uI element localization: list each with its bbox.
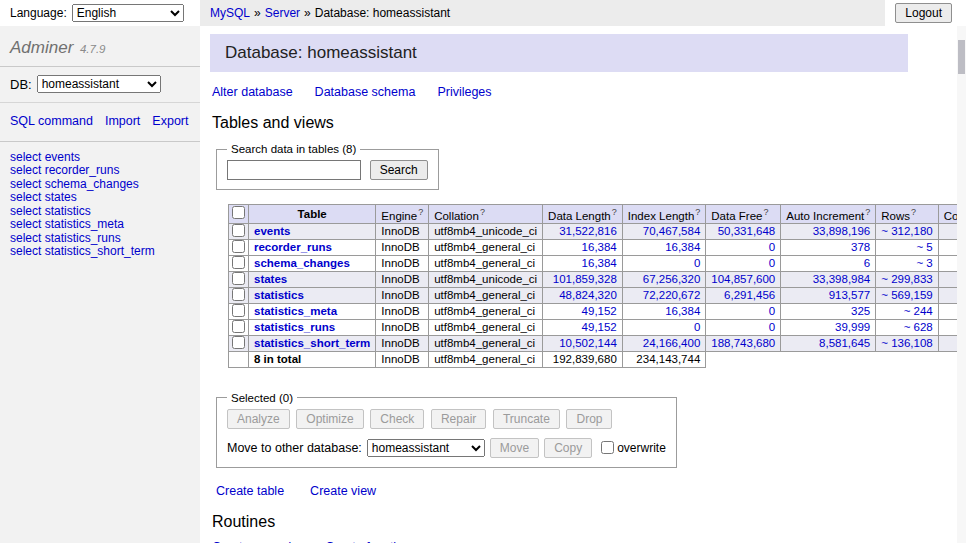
index-length-link[interactable]: 0	[694, 321, 700, 333]
data-length-link[interactable]: 10,502,144	[559, 337, 617, 349]
data-free-link[interactable]: 0	[769, 241, 775, 253]
create-link[interactable]: Create table	[216, 484, 284, 498]
create-link[interactable]: Create view	[310, 484, 376, 498]
data-length-link[interactable]: 101,859,328	[553, 273, 617, 285]
optimize-button[interactable]: Optimize	[296, 409, 363, 429]
auto-increment-link[interactable]: 39,999	[835, 321, 870, 333]
rows-link[interactable]: ~ 569,159	[881, 289, 932, 301]
data-free-link[interactable]: 6,291,456	[724, 289, 775, 301]
sidebar-command-link[interactable]: Export	[152, 114, 188, 128]
help-icon[interactable]: ?	[418, 207, 423, 217]
row-checkbox[interactable]	[232, 304, 245, 317]
data-free-link[interactable]: 0	[769, 305, 775, 317]
table-index-length: 16,384	[622, 303, 706, 319]
table-row: statistics_metaInnoDButf8mb4_general_ci4…	[229, 303, 966, 319]
sidebar-select-link[interactable]: select events	[10, 151, 190, 164]
move-button[interactable]: Move	[490, 438, 539, 458]
rows-link[interactable]: ~ 312,180	[881, 225, 932, 237]
index-length-link[interactable]: 72,220,672	[643, 289, 701, 301]
rows-link[interactable]: ~ 3	[916, 257, 932, 269]
data-free-link[interactable]: 104,857,600	[711, 273, 775, 285]
sidebar-command-link[interactable]: Import	[105, 114, 140, 128]
row-checkbox[interactable]	[232, 288, 245, 301]
breadcrumb-item[interactable]: Server	[265, 6, 300, 20]
check-button[interactable]: Check	[370, 409, 424, 429]
help-icon[interactable]: ?	[865, 207, 870, 217]
rows-link[interactable]: ~ 628	[904, 321, 933, 333]
auto-increment-link[interactable]: 325	[851, 305, 870, 317]
search-button[interactable]: Search	[370, 160, 428, 180]
sidebar-select-link[interactable]: select statistics_short_term	[10, 245, 190, 258]
logout-button[interactable]: Logout	[895, 3, 952, 23]
table-name-link[interactable]: recorder_runs	[254, 241, 332, 253]
row-checkbox[interactable]	[232, 336, 245, 349]
search-input[interactable]	[227, 160, 361, 180]
data-length-link[interactable]: 16,384	[582, 257, 617, 269]
index-length-link[interactable]: 24,166,400	[643, 337, 701, 349]
row-checkbox[interactable]	[232, 272, 245, 285]
drop-button[interactable]: Drop	[566, 409, 612, 429]
table-name-link[interactable]: statistics	[254, 289, 304, 301]
rows-link[interactable]: ~ 136,108	[881, 337, 932, 349]
auto-increment-link[interactable]: 6	[864, 257, 870, 269]
sidebar-select-link[interactable]: select states	[10, 191, 190, 204]
language-select[interactable]: English	[72, 4, 184, 22]
sidebar-select-link[interactable]: select recorder_runs	[10, 164, 190, 177]
db-action-link[interactable]: Database schema	[315, 85, 416, 99]
table-name-link[interactable]: statistics_meta	[254, 305, 337, 317]
table-name-link[interactable]: statistics_short_term	[254, 337, 370, 349]
table-name-link[interactable]: states	[254, 273, 287, 285]
data-length-link[interactable]: 16,384	[582, 241, 617, 253]
truncate-button[interactable]: Truncate	[493, 409, 560, 429]
help-icon[interactable]: ?	[763, 207, 768, 217]
data-free-link[interactable]: 0	[769, 321, 775, 333]
copy-button[interactable]: Copy	[544, 438, 592, 458]
rows-link[interactable]: ~ 5	[916, 241, 932, 253]
db-action-link[interactable]: Alter database	[212, 85, 293, 99]
rows-link[interactable]: ~ 244	[904, 305, 933, 317]
data-length-link[interactable]: 48,824,320	[559, 289, 617, 301]
sidebar-select-link[interactable]: select statistics	[10, 205, 190, 218]
table-name-link[interactable]: statistics_runs	[254, 321, 335, 333]
sidebar-select-link[interactable]: select statistics_runs	[10, 232, 190, 245]
analyze-button[interactable]: Analyze	[227, 409, 290, 429]
row-checkbox[interactable]	[232, 256, 245, 269]
index-length-link[interactable]: 16,384	[665, 305, 700, 317]
help-icon[interactable]: ?	[480, 207, 485, 217]
row-checkbox[interactable]	[232, 224, 245, 237]
data-length-link[interactable]: 31,522,816	[559, 225, 617, 237]
row-checkbox[interactable]	[232, 320, 245, 333]
data-length-link[interactable]: 49,152	[582, 321, 617, 333]
help-icon[interactable]: ?	[695, 207, 700, 217]
data-free-link[interactable]: 0	[769, 257, 775, 269]
data-free-link[interactable]: 188,743,680	[711, 337, 775, 349]
select-all-checkbox[interactable]	[232, 206, 245, 219]
scrollbar-thumb[interactable]	[958, 40, 965, 74]
auto-increment-link[interactable]: 378	[851, 241, 870, 253]
table-name-link[interactable]: events	[254, 225, 290, 237]
data-length-link[interactable]: 49,152	[582, 305, 617, 317]
row-checkbox[interactable]	[232, 240, 245, 253]
index-length-link[interactable]: 16,384	[665, 241, 700, 253]
move-db-select[interactable]: homeassistant	[367, 439, 485, 457]
auto-increment-link[interactable]: 913,577	[829, 289, 871, 301]
index-length-link[interactable]: 67,256,320	[643, 273, 701, 285]
data-free-link[interactable]: 50,331,648	[718, 225, 776, 237]
sidebar-select-link[interactable]: select statistics_meta	[10, 218, 190, 231]
overwrite-checkbox[interactable]	[601, 441, 614, 454]
db-action-link[interactable]: Privileges	[437, 85, 491, 99]
auto-increment-link[interactable]: 33,898,196	[813, 225, 871, 237]
index-length-link[interactable]: 0	[694, 257, 700, 269]
repair-button[interactable]: Repair	[431, 409, 486, 429]
sidebar-select-link[interactable]: select schema_changes	[10, 178, 190, 191]
help-icon[interactable]: ?	[911, 207, 916, 217]
breadcrumb-item[interactable]: MySQL	[210, 6, 250, 20]
auto-increment-link[interactable]: 8,581,645	[819, 337, 870, 349]
index-length-link[interactable]: 70,467,584	[643, 225, 701, 237]
rows-link[interactable]: ~ 299,833	[881, 273, 932, 285]
table-name-link[interactable]: schema_changes	[254, 257, 350, 269]
sidebar-command-link[interactable]: SQL command	[10, 114, 93, 128]
auto-increment-link[interactable]: 33,398,984	[813, 273, 871, 285]
help-icon[interactable]: ?	[612, 207, 617, 217]
db-select[interactable]: homeassistant	[37, 75, 161, 93]
